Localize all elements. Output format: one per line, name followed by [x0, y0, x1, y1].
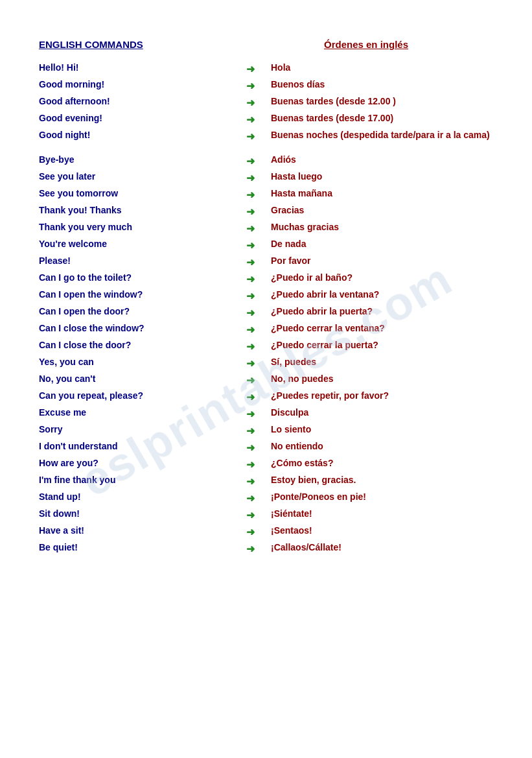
spanish-phrase: ¡Ponte/Poneos en pie!: [266, 492, 506, 502]
spanish-phrase: ¿Cómo estás?: [266, 458, 506, 468]
english-phrase: Can I close the door?: [39, 340, 246, 350]
spanish-phrase: ¡Sentaos!: [266, 525, 506, 536]
spanish-phrase: Gracias: [266, 205, 506, 215]
phrase-row: Good night!➜Buenas noches (despedida tar…: [39, 128, 506, 145]
spanish-phrase: ¿Puedo ir al baño?: [266, 272, 506, 283]
english-phrase: See you tomorrow: [39, 188, 246, 198]
spanish-phrase: ¿Puedo cerrar la ventana?: [266, 323, 506, 333]
spanish-phrase: Buenos días: [266, 79, 506, 89]
phrase-row: Thank you! Thanks➜Gracias: [39, 203, 506, 220]
arrow-icon: ➜: [246, 96, 266, 109]
spanish-header: Órdenes en inglés: [324, 39, 408, 50]
arrow-icon: ➜: [246, 542, 266, 555]
spanish-phrase: No, no puedes: [266, 373, 506, 384]
arrow-icon: ➜: [246, 79, 266, 92]
phrase-row: Can I close the door?➜¿Puedo cerrar la p…: [39, 338, 506, 355]
arrow-icon: ➜: [246, 424, 266, 437]
phrase-row: No, you can't➜No, no puedes: [39, 372, 506, 388]
phrase-row: Please!➜Por favor: [39, 254, 506, 270]
english-phrase: Excuse me: [39, 407, 246, 418]
english-phrase: I don't understand: [39, 441, 246, 451]
phrase-row: Be quiet!➜¡Callaos/Cállate!: [39, 540, 506, 557]
english-phrase: Stand up!: [39, 492, 246, 502]
english-phrase: Can I close the window?: [39, 323, 246, 333]
arrow-icon: ➜: [246, 525, 266, 538]
arrow-icon: ➜: [246, 323, 266, 336]
arrow-icon: ➜: [246, 475, 266, 488]
spanish-phrase: ¡Siéntate!: [266, 508, 506, 519]
arrow-icon: ➜: [246, 62, 266, 75]
english-phrase: I'm fine thank you: [39, 475, 246, 485]
arrow-icon: ➜: [246, 441, 266, 454]
english-phrase: Thank you! Thanks: [39, 205, 246, 215]
spanish-phrase: Buenas tardes (desde 12.00 ): [266, 96, 506, 106]
spanish-phrase: Estoy bien, gracias.: [266, 475, 506, 485]
arrow-icon: ➜: [246, 492, 266, 504]
spanish-phrase: Muchas gracias: [266, 222, 506, 232]
english-phrase: You're welcome: [39, 239, 246, 249]
english-phrase: See you later: [39, 171, 246, 182]
spanish-phrase: Buenas tardes (desde 17.00): [266, 113, 506, 123]
phrase-row: Stand up!➜¡Ponte/Poneos en pie!: [39, 490, 506, 506]
spanish-phrase: Hasta luego: [266, 171, 506, 182]
arrow-icon: ➜: [246, 113, 266, 126]
arrow-icon: ➜: [246, 130, 266, 143]
spanish-phrase: ¿Puedo cerrar la puerta?: [266, 340, 506, 350]
phrase-row: Have a sit!➜¡Sentaos!: [39, 523, 506, 540]
english-phrase: Hello! Hi!: [39, 62, 246, 73]
english-phrase: Can I go to the toilet?: [39, 272, 246, 283]
phrase-row: Sorry➜Lo siento: [39, 422, 506, 439]
phrase-row: Good evening!➜Buenas tardes (desde 17.00…: [39, 111, 506, 128]
phrase-row: You're welcome➜De nada: [39, 237, 506, 254]
phrase-row: See you tomorrow➜Hasta mañana: [39, 186, 506, 203]
arrow-icon: ➜: [246, 188, 266, 201]
phrase-row: Thank you very much➜Muchas gracias: [39, 220, 506, 237]
arrow-icon: ➜: [246, 289, 266, 302]
spanish-phrase: ¡Callaos/Cállate!: [266, 542, 506, 552]
arrow-icon: ➜: [246, 390, 266, 403]
arrow-icon: ➜: [246, 340, 266, 353]
arrow-icon: ➜: [246, 272, 266, 285]
english-phrase: Good afternoon!: [39, 96, 246, 106]
phrase-row: Good afternoon!➜Buenas tardes (desde 12.…: [39, 94, 506, 111]
spanish-phrase: ¿Puedes repetir, por favor?: [266, 390, 506, 401]
arrow-icon: ➜: [246, 171, 266, 184]
arrow-icon: ➜: [246, 508, 266, 521]
arrow-icon: ➜: [246, 306, 266, 319]
phrase-row: Excuse me➜Disculpa: [39, 405, 506, 422]
phrase-row: Sit down!➜¡Siéntate!: [39, 506, 506, 523]
english-phrase: Bye-bye: [39, 154, 246, 165]
english-phrase: Good night!: [39, 130, 246, 140]
english-phrase: Be quiet!: [39, 542, 246, 552]
phrase-row: Can you repeat, please?➜¿Puedes repetir,…: [39, 388, 506, 405]
arrow-icon: ➜: [246, 255, 266, 268]
arrow-icon: ➜: [246, 407, 266, 420]
phrase-row: Can I open the window?➜¿Puedo abrir la v…: [39, 287, 506, 304]
spanish-phrase: Adiós: [266, 154, 506, 165]
english-header: ENGLISH COMMANDS: [39, 39, 246, 50]
arrow-icon: ➜: [246, 154, 266, 167]
english-phrase: Sorry: [39, 424, 246, 434]
english-phrase: Can you repeat, please?: [39, 390, 246, 401]
english-phrase: No, you can't: [39, 373, 246, 384]
phrase-row: Bye-bye➜Adiós: [39, 152, 506, 169]
column-headers: ENGLISH COMMANDS Órdenes en inglés: [39, 39, 506, 50]
phrase-row: How are you?➜¿Cómo estás?: [39, 456, 506, 473]
spacer: [39, 145, 506, 152]
english-phrase: Thank you very much: [39, 222, 246, 232]
spanish-phrase: ¿Puedo abrir la puerta?: [266, 306, 506, 316]
arrow-icon: ➜: [246, 222, 266, 235]
spanish-phrase: Disculpa: [266, 407, 506, 418]
english-phrase: Can I open the window?: [39, 289, 246, 300]
english-phrase: Please!: [39, 255, 246, 266]
spanish-phrase: Sí, puedes: [266, 357, 506, 367]
spanish-phrase: ¿Puedo abrir la ventana?: [266, 289, 506, 300]
arrow-icon: ➜: [246, 373, 266, 386]
english-phrase: Yes, you can: [39, 357, 246, 367]
phrase-row: Can I open the door?➜¿Puedo abrir la pue…: [39, 304, 506, 321]
arrow-icon: ➜: [246, 205, 266, 218]
english-phrase: Good evening!: [39, 113, 246, 123]
phrase-row: Hello! Hi!➜Hola: [39, 60, 506, 77]
english-phrase: Sit down!: [39, 508, 246, 519]
spanish-phrase: Por favor: [266, 255, 506, 266]
